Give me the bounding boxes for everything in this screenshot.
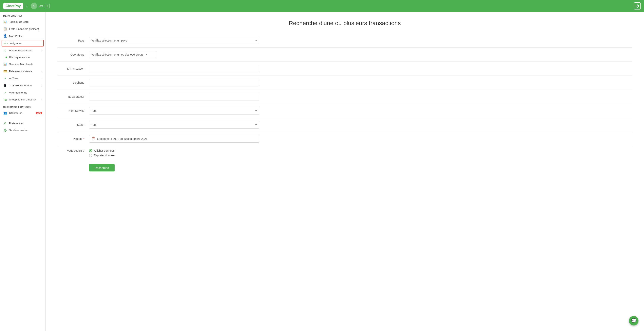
sidebar-label: Virer des fonds: [9, 91, 42, 94]
sidebar-label: Preferences: [9, 122, 42, 125]
sidebar-label: Intégration: [10, 42, 42, 45]
sidebar-item-airtime[interactable]: ✈ AirTime ›: [0, 75, 45, 82]
sidebar-label: AirTime: [9, 77, 40, 80]
sidebar-item-virer-des-fonds[interactable]: ↗ Virer des fonds: [0, 89, 45, 96]
search-button-row: Recherche: [58, 160, 632, 171]
recherche-button[interactable]: Recherche: [89, 164, 114, 171]
vous-voulez-label: Vous voulez ?: [58, 149, 89, 152]
paiements-entrants-icon: ◇: [3, 49, 7, 52]
chevron-right-icon: ›: [41, 98, 42, 101]
radio-exporter-label: Exporter données: [94, 154, 116, 157]
operateurs-placeholder: Veuillez sélectionner un ou des opérateu…: [91, 53, 144, 56]
telephone-input[interactable]: [89, 79, 259, 86]
logo: CinetPay: [3, 3, 23, 9]
periode-value: 1 septembre 2021 au 30 septembre 2021: [96, 137, 148, 140]
periode-row: Période * 📅 1 septembre 2021 au 30 septe…: [58, 132, 632, 146]
sidebar-label: TPE Mobile Money: [9, 84, 40, 87]
statut-row: Statut Tout: [58, 118, 632, 132]
header: CinetPay ‹ t test ▾ ⏻: [0, 0, 644, 12]
pays-label: Pays: [58, 39, 89, 42]
sidebar-item-paiements-entrants[interactable]: ◇ Paiements entrants ›: [0, 47, 45, 54]
id-transaction-input[interactable]: [89, 65, 259, 72]
tpe-icon: 📱: [3, 84, 7, 87]
new-badge: NEW: [36, 112, 42, 114]
operateurs-label: Opérateurs: [58, 53, 89, 56]
paiements-sortants-icon: 💳: [3, 69, 7, 73]
periode-label: Période *: [58, 137, 89, 140]
radio-exporter-circle[interactable]: [89, 154, 92, 157]
vous-voulez-row: Vous voulez ? Afficher données Exporter …: [58, 146, 632, 160]
utilisateurs-icon: 👥: [3, 111, 7, 115]
gestion-section-label: GESTION UTILISATEURS: [0, 103, 45, 109]
radio-exporter[interactable]: Exporter données: [89, 154, 116, 157]
radio-afficher-label: Afficher données: [94, 149, 114, 152]
services-icon: 📊: [3, 62, 7, 66]
sidebar-item-tpe-mobile-money[interactable]: 📱 TPE Mobile Money ›: [0, 82, 45, 89]
main-layout: MENU CINETPAY 📊 Tableau de Bord 📋 Etats …: [0, 12, 644, 331]
sidebar-item-utilisateurs[interactable]: 👥 Utilisateurs NEW: [0, 109, 45, 116]
operateurs-select[interactable]: Veuillez sélectionner un ou des opérateu…: [89, 51, 156, 58]
sidebar-label: Shopping sur CinetPay: [9, 98, 40, 101]
pays-row: Pays Veuillez sélectionner un pays: [58, 34, 632, 48]
sidebar-toggle-icon[interactable]: ‹: [26, 4, 28, 8]
nom-service-select[interactable]: Tout: [89, 107, 259, 114]
dot-icon: [6, 56, 7, 58]
power-button[interactable]: ⏻: [634, 2, 641, 9]
sidebar-label: Paiements entrants: [9, 49, 40, 52]
telephone-row: Téléphone: [58, 76, 632, 90]
sidebar-item-preferences[interactable]: ⚙ Preferences: [0, 120, 45, 127]
sidebar-item-integration[interactable]: </> Intégration: [2, 40, 44, 46]
sidebar-label: Etats Financiers (Soldes): [9, 27, 42, 30]
sidebar-label: Se deconnecter: [9, 129, 42, 132]
id-operateur-label: ID Operateur: [58, 95, 89, 98]
airtime-icon: ✈: [3, 76, 7, 80]
sidebar-item-mon-profile[interactable]: 👤 Mon Profile: [0, 32, 45, 39]
header-account: t test ▾: [31, 3, 50, 9]
sidebar-item-etats-financiers[interactable]: 📋 Etats Financiers (Soldes): [0, 25, 45, 32]
sidebar-item-paiements-sortants[interactable]: 💳 Paiements sortants ›: [0, 68, 45, 75]
finance-icon: 📋: [3, 27, 7, 31]
radio-afficher-circle[interactable]: [89, 149, 92, 152]
sidebar-label: Mon Profile: [9, 35, 42, 37]
sidebar-label: Tableau de Bord: [9, 20, 42, 23]
preferences-icon: ⚙: [3, 121, 7, 125]
sidebar-item-historique-avance[interactable]: Historique avancé: [0, 54, 45, 60]
account-dropdown-button[interactable]: ▾: [45, 4, 50, 8]
telephone-label: Téléphone: [58, 81, 89, 84]
statut-select[interactable]: Tout: [89, 121, 259, 128]
nom-service-label: Nom Service: [58, 109, 89, 112]
sidebar-label: Utilisateurs: [9, 111, 33, 114]
nom-service-row: Nom Service Tout: [58, 104, 632, 118]
chevron-right-icon: ›: [41, 70, 42, 72]
dropdown-arrow-icon: ▾: [146, 53, 147, 56]
sidebar-item-tableau-de-bord[interactable]: 📊 Tableau de Bord: [0, 18, 45, 25]
shopping-icon: 🛍: [3, 98, 7, 101]
radio-afficher[interactable]: Afficher données: [89, 149, 116, 152]
integration-icon: </>: [4, 42, 8, 45]
main-content: Recherche d'une ou plusieurs transaction…: [46, 12, 644, 331]
dashboard-icon: 📊: [3, 20, 7, 23]
sidebar-item-se-deconnecter[interactable]: ⏻ Se deconnecter: [0, 127, 45, 134]
radio-group: Afficher données Exporter données: [89, 149, 116, 157]
sidebar-label: Historique avancé: [9, 56, 42, 59]
chevron-right-icon: ›: [41, 77, 42, 79]
periode-input[interactable]: 📅 1 septembre 2021 au 30 septembre 2021: [89, 135, 259, 143]
sidebar-item-services-marchands[interactable]: 📊 Services Marchands: [0, 60, 45, 68]
sidebar-item-shopping[interactable]: 🛍 Shopping sur CinetPay ›: [0, 96, 45, 103]
chevron-right-icon: ›: [41, 49, 42, 52]
sidebar-label: Paiements sortants: [9, 70, 40, 73]
pays-select[interactable]: Veuillez sélectionner un pays: [89, 37, 259, 44]
operateurs-row: Opérateurs Veuillez sélectionner un ou d…: [58, 48, 632, 62]
account-avatar: t: [31, 3, 37, 9]
profile-icon: 👤: [3, 34, 7, 38]
id-transaction-row: ID Transaction: [58, 62, 632, 76]
id-operateur-row: ID Operateur: [58, 90, 632, 104]
floating-chat-button[interactable]: 💬: [629, 316, 638, 326]
menu-section-label: MENU CINETPAY: [0, 12, 45, 18]
id-transaction-label: ID Transaction: [58, 67, 89, 70]
sidebar: MENU CINETPAY 📊 Tableau de Bord 📋 Etats …: [0, 12, 46, 331]
account-name: test: [38, 4, 43, 7]
sidebar-label: Services Marchands: [9, 63, 42, 66]
id-operateur-input[interactable]: [89, 93, 259, 100]
statut-label: Statut: [58, 123, 89, 126]
